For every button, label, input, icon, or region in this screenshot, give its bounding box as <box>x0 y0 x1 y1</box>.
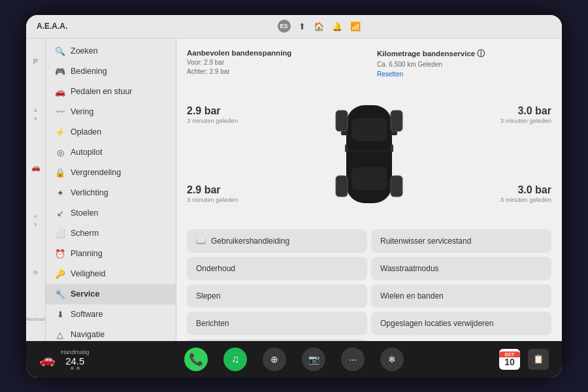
fan-button[interactable]: ❄ <box>380 348 404 371</box>
gear-sidebar: P ▲ ▼ 🚗 ▲ ▼ N Neutraal <box>26 39 46 341</box>
scroll-up-icon: ▲ <box>33 106 39 113</box>
sidebar-item-bediening[interactable]: 🎮 Bediening <box>46 61 176 82</box>
scroll-down-icon: ▼ <box>33 116 39 122</box>
light-icon: ✦ <box>55 188 65 198</box>
sidebar-label-vergrendeling: Vergrendeling <box>71 168 121 177</box>
search-icon: 🔍 <box>55 46 65 56</box>
bell-icon: 🔔 <box>332 22 342 31</box>
svg-rect-6 <box>336 110 348 131</box>
sidebar-item-vering[interactable]: 〰 Vering <box>46 102 176 122</box>
aanbevolen-sub: Voor: 2.9 barAchter: 2.9 bar <box>187 58 361 76</box>
taskbar-right: OCT 10 📋 <box>499 349 549 370</box>
temp-mode-label: Handmatig <box>61 349 90 355</box>
taskbar-center: 📞 ♫ ⊕ 📷 ··· ❄ <box>184 348 404 371</box>
home-icon: 🏠 <box>314 22 324 31</box>
tire-rr-time: 3 minuten geleden <box>500 196 551 203</box>
safety-icon: 🔑 <box>55 269 65 279</box>
wasstraat-button[interactable]: Wasstraatmodus <box>371 257 551 280</box>
sidebar-label-planning: Planning <box>71 249 103 258</box>
driver-indicator: ES <box>278 20 291 33</box>
kilometrage-title: Kilometrage bandenservice ⓘ <box>377 49 551 59</box>
sidebar-item-scherm[interactable]: ⬜ Scherm <box>46 223 176 244</box>
svg-rect-10 <box>341 131 348 135</box>
sidebar: 🔍 Zoeken 🎮 Bediening 🚗 Pedalen en stuur … <box>46 39 176 341</box>
sidebar-item-software[interactable]: ⬇ Software <box>46 304 176 325</box>
sidebar-label-bediening: Bediening <box>71 67 107 76</box>
sidebar-label-scherm: Scherm <box>71 229 99 238</box>
aanbevolen-block: Aanbevolen bandenspanning Voor: 2.9 barA… <box>187 49 361 78</box>
status-bar: A.E.A.A. ES ⬆ 🏠 🔔 📶 <box>26 15 562 39</box>
sidebar-item-vergrendeling[interactable]: 🔒 Vergrendeling <box>46 163 176 183</box>
onderhoud-button[interactable]: Onderhoud <box>187 257 367 280</box>
book-icon: 📖 <box>196 237 206 246</box>
btn-label-ruitenwisser: Ruitenwisser servicestand <box>380 237 471 246</box>
sidebar-label-pedalen: Pedalen en stuur <box>71 87 133 96</box>
kilometrage-block: Kilometrage bandenservice ⓘ Ca. 6.500 km… <box>377 49 551 78</box>
status-center: ES ⬆ 🏠 🔔 📶 <box>86 20 551 33</box>
sidebar-label-vering: Vering <box>71 107 93 116</box>
sidebar-label-software: Software <box>71 310 103 319</box>
svg-rect-2 <box>351 167 387 190</box>
temp-controls <box>71 367 80 370</box>
more-button[interactable]: ··· <box>341 348 365 371</box>
ruitenwisser-button[interactable]: Ruitenwisser servicestand <box>371 229 551 253</box>
tire-fr-time: 3 minuten geleden <box>500 117 551 124</box>
sidebar-item-pedalen[interactable]: 🚗 Pedalen en stuur <box>46 82 176 102</box>
tire-rl-value: 2.9 bar <box>187 184 238 196</box>
wielen-button[interactable]: Wielen en banden <box>371 284 551 308</box>
taskbar-car-icon: 🚗 <box>39 351 56 367</box>
btn-label-onderhoud: Onderhoud <box>196 264 235 273</box>
bluetooth-button[interactable]: ⊕ <box>263 348 286 371</box>
sidebar-item-autopilot[interactable]: ◎ Autopilot <box>46 142 176 163</box>
signal-icon: 📶 <box>350 22 361 31</box>
wrench-icon: 🔧 <box>55 289 65 299</box>
suspension-icon: 〰 <box>55 107 65 117</box>
tire-fl-value: 2.9 bar <box>187 105 238 117</box>
gear-n-label: N <box>33 269 38 276</box>
sidebar-item-zoeken[interactable]: 🔍 Zoeken <box>46 41 176 61</box>
camera-button[interactable]: 📷 <box>302 348 325 371</box>
car-icon: 🚗 <box>31 163 41 172</box>
autopilot-icon: ◎ <box>55 148 65 157</box>
sidebar-label-opladen: Opladen <box>71 127 101 137</box>
phone-button[interactable]: 📞 <box>184 348 208 371</box>
tire-front-right: 3.0 bar 3 minuten geleden <box>500 105 551 124</box>
slepen-button[interactable]: Slepen <box>187 284 367 308</box>
sidebar-item-navigatie[interactable]: △ Navigatie <box>46 325 176 341</box>
svg-rect-11 <box>391 131 397 135</box>
svg-rect-9 <box>391 176 402 197</box>
btn-label-gebruikershandleiding: Gebruikershandleiding <box>211 237 289 246</box>
taskbar-left: 🚗 Handmatig 24.5 <box>39 349 90 370</box>
main-content: P ▲ ▼ 🚗 ▲ ▼ N Neutraal 🔍 Zoeken 🎮 Bedien… <box>26 39 562 341</box>
scroll-up-icon2: ▲ <box>33 212 39 219</box>
sidebar-item-veiligheid[interactable]: 🔑 Veiligheid <box>46 264 176 284</box>
driver-avatar: ES <box>278 20 291 33</box>
sidebar-item-planning[interactable]: ⏰ Planning <box>46 244 176 264</box>
sidebar-item-stoelen[interactable]: ↙ Stoelen <box>46 203 176 223</box>
svg-rect-5 <box>391 144 393 152</box>
opgeslagen-button[interactable]: Opgeslagen locaties verwijderen <box>371 312 551 335</box>
svg-rect-4 <box>345 144 348 152</box>
scroll-down-icon2: ▼ <box>33 221 39 228</box>
sidebar-label-zoeken: Zoeken <box>71 46 98 56</box>
nav-icon: △ <box>55 330 65 340</box>
btn-label-slepen: Slepen <box>196 291 220 301</box>
notes-button[interactable]: 📋 <box>528 349 549 370</box>
lock-icon: 🔒 <box>55 168 65 178</box>
sidebar-item-verlichting[interactable]: ✦ Verlichting <box>46 183 176 203</box>
spotify-button[interactable]: ♫ <box>223 348 247 371</box>
btn-label-opgeslagen: Opgeslagen locaties verwijderen <box>380 319 493 328</box>
reset-link[interactable]: Resetten <box>377 71 551 78</box>
taskbar-temperature: Handmatig 24.5 <box>61 349 90 370</box>
gebruikershandleiding-button[interactable]: 📖 Gebruikershandleiding <box>187 229 367 253</box>
upload-icon: ⬆ <box>299 22 306 31</box>
sidebar-label-navigatie: Navigatie <box>71 330 105 339</box>
svg-rect-1 <box>351 118 387 141</box>
download-icon: ⬇ <box>55 310 65 319</box>
sidebar-item-opladen[interactable]: ⚡ Opladen <box>46 122 176 142</box>
tire-front-left: 2.9 bar 3 minuten geleden <box>187 105 238 124</box>
tire-fl-time: 3 minuten geleden <box>187 117 238 124</box>
berichten-button[interactable]: Berichten <box>187 312 367 335</box>
calendar-button[interactable]: OCT 10 <box>499 349 520 370</box>
sidebar-item-service[interactable]: 🔧 Service <box>46 284 176 304</box>
